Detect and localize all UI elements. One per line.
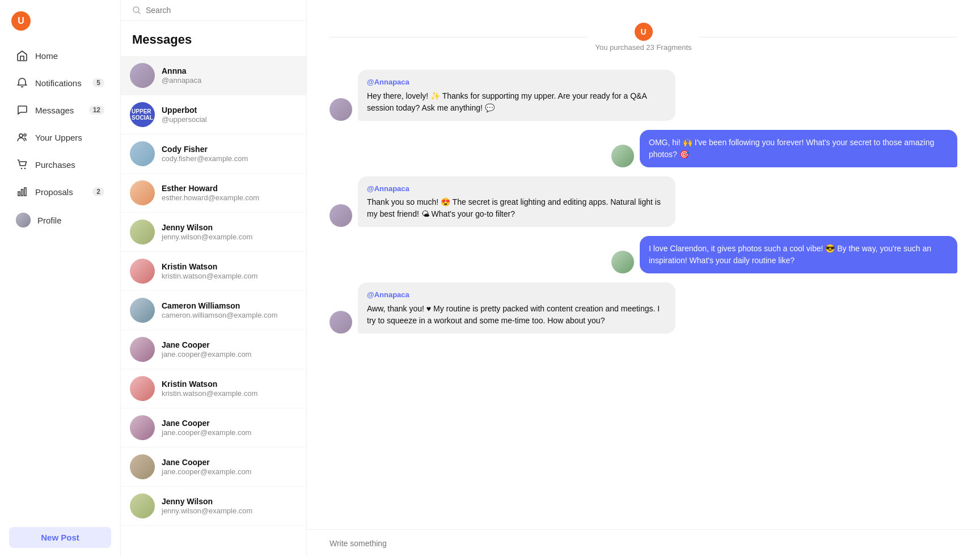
message-sender: @Annapaca [367,77,666,88]
sidebar-label-purchases: Purchases [35,160,75,170]
contact-handle: cameron.williamson@example.com [162,311,297,319]
divider-line-left [330,37,588,37]
contact-handle: jane.cooper@example.com [162,350,297,358]
contact-name: Jane Cooper [162,458,297,467]
divider-line-right [699,37,957,37]
profile-avatar-icon [16,213,31,227]
contact-avatar [130,337,155,362]
list-item[interactable]: Annna @annapaca [121,56,306,95]
message-avatar [611,145,634,167]
sidebar-item-profile[interactable]: Profile [5,206,116,234]
list-item[interactable]: Jane Cooper jane.cooper@example.com [121,408,306,448]
contact-avatar [130,141,155,166]
sidebar-item-proposals[interactable]: Proposals 2 [5,179,116,205]
message-avatar [330,204,352,227]
list-item[interactable]: Jane Cooper jane.cooper@example.com [121,330,306,369]
contact-handle: @annapaca [162,76,297,85]
new-post-button[interactable]: New Post [9,527,111,548]
messages-panel: Messages Annna @annapaca UPPERSOCIAL Upp… [121,0,307,557]
chat-input-area [307,529,980,557]
sidebar: U Home Notifications 5 [0,0,121,557]
contact-avatar [130,454,155,479]
chat-icon [16,104,28,116]
home-icon [16,49,28,62]
list-item[interactable]: Kristin Watson kristin.watson@example.co… [121,252,306,291]
contact-name: Cody Fisher [162,145,297,154]
message-avatar [330,311,352,334]
chat-panel: U You purchased 23 Fragments @Annapaca H… [307,0,980,557]
message-bubble-incoming: @Annapaca Hey there, lovely! ✨ Thanks fo… [358,70,675,121]
contact-handle: jane.cooper@example.com [162,467,297,476]
cart-icon [16,158,28,171]
contact-name: Kristin Watson [162,379,297,389]
list-item[interactable]: UPPERSOCIAL Upperbot @uppersocial [121,95,306,134]
app-logo[interactable]: U [0,0,120,40]
purchase-divider-icon: U [635,23,653,41]
sidebar-label-profile: Profile [37,216,62,225]
svg-point-3 [24,168,26,169]
contact-name: Annna [162,66,297,75]
contact-handle: kristin.watson@example.com [162,389,297,398]
sidebar-label-your-uppers: Your Uppers [35,133,82,142]
message-row: @Annapaca Thank you so much! 😍 The secre… [330,176,957,227]
bar-chart-icon [16,185,28,198]
sidebar-item-your-uppers[interactable]: Your Uppers [5,124,116,150]
sidebar-label-proposals: Proposals [35,187,73,197]
contact-handle: jenny.wilson@example.com [162,507,297,515]
message-bubble-incoming: @Annapaca Aww, thank you! ♥ My routine i… [358,282,675,334]
contact-avatar [130,259,155,284]
sidebar-item-purchases[interactable]: Purchases [5,151,116,178]
contact-name: Upperbot [162,106,297,115]
people-icon [16,131,28,144]
svg-point-1 [24,134,26,136]
list-item[interactable]: Jane Cooper jane.cooper@example.com [121,448,306,487]
contact-handle: @uppersocial [162,115,297,124]
contact-handle: jane.cooper@example.com [162,428,297,437]
contact-handle: cody.fisher@example.com [162,154,297,163]
list-item[interactable]: Esther Howard esther.howard@example.com [121,174,306,213]
svg-rect-6 [24,188,26,196]
sidebar-label-messages: Messages [35,106,74,115]
contact-avatar: UPPERSOCIAL [130,102,155,127]
contact-avatar [130,180,155,205]
message-bubble-outgoing: OMG, hi! 🙌 I've been following you forev… [640,130,957,167]
logo-circle: U [11,11,31,31]
chat-input[interactable] [330,539,957,548]
list-item[interactable]: Jenny Wilson jenny.wilson@example.com [121,487,306,526]
contact-avatar [130,493,155,518]
message-text: I love Clarendon, it gives photos such a… [649,244,931,265]
message-bubble-incoming: @Annapaca Thank you so much! 😍 The secre… [358,176,675,227]
contact-avatar [130,63,155,88]
contact-name: Cameron Williamson [162,301,297,310]
list-item[interactable]: Jenny Wilson jenny.wilson@example.com [121,213,306,252]
message-text: Hey there, lovely! ✨ Thanks for supporti… [367,91,647,112]
sidebar-nav: Home Notifications 5 Messages 12 [0,40,120,522]
svg-point-2 [21,168,22,169]
search-bar [121,0,306,21]
chat-messages: U You purchased 23 Fragments @Annapaca H… [307,0,980,529]
contact-name: Jane Cooper [162,419,297,428]
list-item[interactable]: Cody Fisher cody.fisher@example.com [121,134,306,174]
message-bubble-outgoing: I love Clarendon, it gives photos such a… [640,236,957,273]
list-item[interactable]: Cameron Williamson cameron.williamson@ex… [121,291,306,330]
message-row: @Annapaca Aww, thank you! ♥ My routine i… [330,282,957,334]
message-row: @Annapaca Hey there, lovely! ✨ Thanks fo… [330,70,957,121]
contact-handle: esther.howard@example.com [162,193,297,202]
contact-avatar [130,220,155,244]
contact-avatar [130,376,155,401]
svg-rect-4 [18,192,20,196]
sidebar-item-notifications[interactable]: Notifications 5 [5,70,116,96]
contact-handle: jenny.wilson@example.com [162,233,297,241]
sidebar-label-home: Home [35,51,58,61]
bell-icon [16,77,28,89]
contact-name: Jenny Wilson [162,497,297,506]
contact-name: Jenny Wilson [162,223,297,232]
sidebar-item-home[interactable]: Home [5,43,116,69]
contact-name: Esther Howard [162,184,297,193]
messages-panel-title: Messages [121,21,306,56]
notifications-badge: 5 [92,78,104,87]
search-input[interactable] [146,6,295,15]
list-item[interactable]: Kristin Watson kristin.watson@example.co… [121,369,306,408]
sidebar-item-messages[interactable]: Messages 12 [5,97,116,123]
svg-point-0 [19,134,23,137]
